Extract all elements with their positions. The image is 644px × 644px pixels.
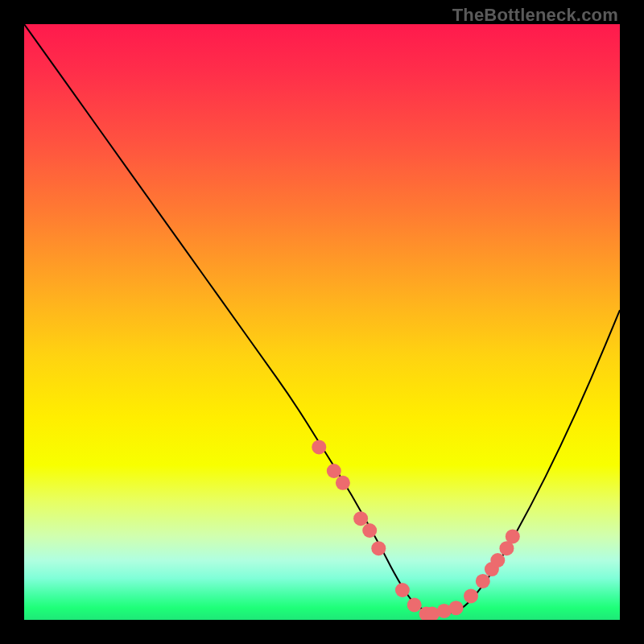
bottleneck-curve (24, 24, 620, 614)
highlight-dots (312, 440, 520, 620)
chart-container: TheBottleneck.com (0, 0, 644, 644)
plot-area (24, 24, 620, 620)
curve-layer (24, 24, 620, 620)
highlight-dot (407, 598, 422, 613)
highlight-dot (353, 511, 368, 526)
highlight-dot (312, 440, 326, 454)
watermark-text: TheBottleneck.com (452, 5, 618, 26)
highlight-dot (506, 529, 520, 543)
curve-path (24, 24, 620, 614)
highlight-dot (395, 583, 410, 597)
highlight-dot (476, 574, 490, 588)
highlight-dot (336, 476, 350, 490)
highlight-dot (362, 523, 377, 538)
highlight-dot (464, 588, 478, 603)
highlight-dot (371, 541, 386, 555)
highlight-dot (327, 464, 341, 478)
highlight-dot (449, 601, 464, 615)
highlight-dot (490, 553, 505, 568)
